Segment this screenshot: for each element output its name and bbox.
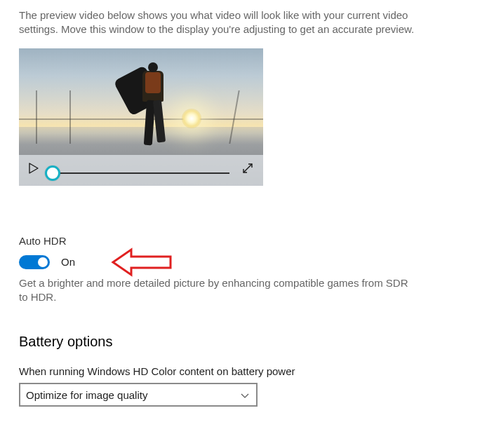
chevron-down-icon xyxy=(241,389,249,401)
video-figure xyxy=(124,62,172,154)
svg-line-1 xyxy=(243,164,252,172)
auto-hdr-title: Auto HDR xyxy=(19,235,494,247)
svg-marker-0 xyxy=(29,163,38,173)
battery-options-heading: Battery options xyxy=(19,334,494,350)
fullscreen-icon[interactable] xyxy=(242,163,253,176)
auto-hdr-description: Get a brighter and more detailed picture… xyxy=(19,276,412,305)
video-seek-track[interactable] xyxy=(54,172,229,174)
preview-description: The preview video below shows you what v… xyxy=(19,8,426,37)
auto-hdr-state: On xyxy=(61,256,75,268)
battery-field-label: When running Windows HD Color content on… xyxy=(19,365,494,377)
video-controls xyxy=(19,155,263,186)
video-scrubber[interactable] xyxy=(45,165,60,181)
video-sun xyxy=(182,109,201,128)
toggle-knob xyxy=(38,257,48,267)
battery-option-selected: Optimize for image quality xyxy=(26,389,147,401)
video-preview[interactable] xyxy=(19,48,263,186)
annotation-arrow-icon xyxy=(110,247,173,280)
battery-option-select[interactable]: Optimize for image quality xyxy=(19,383,258,407)
play-icon[interactable] xyxy=(29,163,39,174)
auto-hdr-toggle[interactable] xyxy=(19,255,50,269)
